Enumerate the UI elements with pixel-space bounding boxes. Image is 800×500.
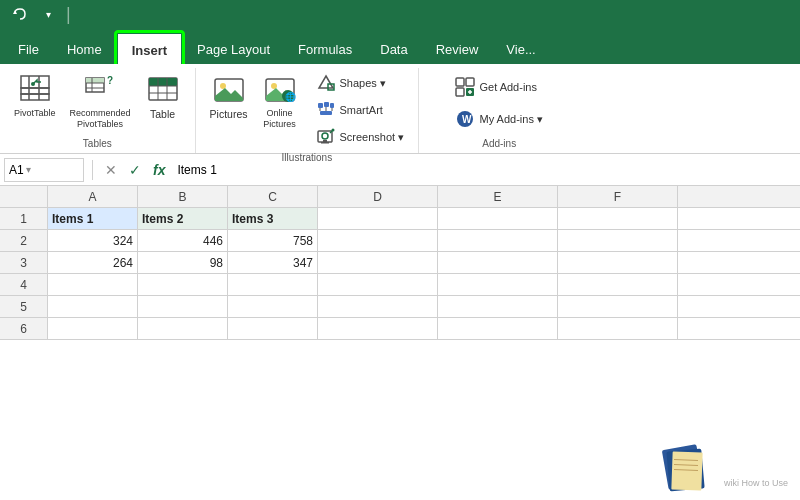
svg-text:W: W <box>462 114 472 125</box>
cell-d3[interactable] <box>318 252 438 273</box>
row-number-1[interactable]: 1 <box>0 208 48 229</box>
cell-a6[interactable] <box>48 318 138 339</box>
cell-d4[interactable] <box>318 274 438 295</box>
online-pictures-button[interactable]: 🌐 OnlinePictures <box>256 70 304 134</box>
tab-file[interactable]: File <box>4 34 53 64</box>
watermark: wiki How to Use <box>660 442 788 492</box>
cell-b4[interactable] <box>138 274 228 295</box>
cell-c5[interactable] <box>228 296 318 317</box>
cell-f2[interactable] <box>558 230 678 251</box>
col-header-e[interactable]: E <box>438 186 558 207</box>
cell-c2[interactable]: 758 <box>228 230 318 251</box>
cell-f5[interactable] <box>558 296 678 317</box>
cancel-formula-button[interactable]: ✕ <box>101 160 121 180</box>
svg-point-20 <box>220 83 226 89</box>
svg-rect-52 <box>671 451 702 490</box>
svg-marker-21 <box>215 88 243 101</box>
col-header-a[interactable]: A <box>48 186 138 207</box>
table-row: 3 264 98 347 <box>0 252 800 274</box>
cell-d6[interactable] <box>318 318 438 339</box>
svg-text:🌐: 🌐 <box>285 91 296 103</box>
svg-rect-43 <box>466 78 474 86</box>
cell-d1[interactable] <box>318 208 438 229</box>
row-number-6[interactable]: 6 <box>0 318 48 339</box>
confirm-formula-button[interactable]: ✓ <box>125 160 145 180</box>
cell-e2[interactable] <box>438 230 558 251</box>
smartart-icon <box>316 100 336 120</box>
cell-b5[interactable] <box>138 296 228 317</box>
get-addins-button[interactable]: Get Add-ins <box>447 73 544 101</box>
svg-text:?: ? <box>107 75 113 86</box>
shapes-button[interactable]: Shapes ▾ <box>310 70 411 96</box>
undo-button[interactable] <box>8 2 32 26</box>
cell-c4[interactable] <box>228 274 318 295</box>
col-header-f[interactable]: F <box>558 186 678 207</box>
customize-quick-access[interactable]: ▾ <box>36 2 60 26</box>
row-number-5[interactable]: 5 <box>0 296 48 317</box>
tab-page-layout[interactable]: Page Layout <box>183 34 284 64</box>
cell-c1[interactable]: Items 3 <box>228 208 318 229</box>
svg-rect-8 <box>86 78 104 83</box>
pictures-button[interactable]: Pictures <box>204 70 254 125</box>
svg-rect-38 <box>321 142 329 144</box>
corner-spacer <box>0 186 48 207</box>
screenshot-icon <box>316 127 336 147</box>
cell-c3[interactable]: 347 <box>228 252 318 273</box>
name-box[interactable]: A1 ▾ <box>4 158 84 182</box>
cell-a1[interactable]: Items 1 <box>48 208 138 229</box>
screenshot-button[interactable]: Screenshot ▾ <box>310 124 411 150</box>
col-header-c[interactable]: C <box>228 186 318 207</box>
cell-d2[interactable] <box>318 230 438 251</box>
tab-formulas[interactable]: Formulas <box>284 34 366 64</box>
formula-bar-separator <box>92 160 93 180</box>
smartart-button[interactable]: SmartArt <box>310 97 411 123</box>
wiki-label: wiki How to Use <box>724 478 788 488</box>
cell-a2[interactable]: 324 <box>48 230 138 251</box>
my-addins-button[interactable]: W My Add-ins ▾ <box>447 105 550 133</box>
table-icon <box>147 74 179 106</box>
cell-a5[interactable] <box>48 296 138 317</box>
cell-e5[interactable] <box>438 296 558 317</box>
screenshot-label: Screenshot ▾ <box>340 131 405 144</box>
cell-f6[interactable] <box>558 318 678 339</box>
row-number-4[interactable]: 4 <box>0 274 48 295</box>
tab-review[interactable]: Review <box>422 34 493 64</box>
cell-d5[interactable] <box>318 296 438 317</box>
recommended-pivottables-button[interactable]: ? RecommendedPivotTables <box>64 70 137 134</box>
table-button[interactable]: Table <box>139 70 187 125</box>
cell-c6[interactable] <box>228 318 318 339</box>
insert-function-button[interactable]: fx <box>149 160 169 180</box>
ribbon-group-addins: Get Add-ins W My Add-ins ▾ Add-ins <box>419 68 579 153</box>
get-addins-icon <box>455 77 475 97</box>
recommended-pivottables-icon: ? <box>84 74 116 106</box>
tab-home[interactable]: Home <box>53 34 116 64</box>
col-header-d[interactable]: D <box>318 186 438 207</box>
cell-b6[interactable] <box>138 318 228 339</box>
ribbon-group-tables: PivotTable ? RecommendedPi <box>0 68 196 153</box>
row-number-2[interactable]: 2 <box>0 230 48 251</box>
cell-b2[interactable]: 446 <box>138 230 228 251</box>
tab-data[interactable]: Data <box>366 34 421 64</box>
ribbon-group-illustrations: Pictures 🌐 OnlinePictures <box>196 68 420 153</box>
col-header-b[interactable]: B <box>138 186 228 207</box>
svg-rect-44 <box>456 88 464 96</box>
cell-f4[interactable] <box>558 274 678 295</box>
online-pictures-icon: 🌐 <box>264 74 296 106</box>
tab-insert[interactable]: Insert <box>116 32 183 66</box>
formula-input[interactable]: Items 1 <box>173 163 796 177</box>
cell-e6[interactable] <box>438 318 558 339</box>
cell-e4[interactable] <box>438 274 558 295</box>
row-number-3[interactable]: 3 <box>0 252 48 273</box>
cell-b1[interactable]: Items 2 <box>138 208 228 229</box>
cell-f3[interactable] <box>558 252 678 273</box>
cell-e1[interactable] <box>438 208 558 229</box>
pivot-table-button[interactable]: PivotTable <box>8 70 62 123</box>
tab-view[interactable]: Vie... <box>492 34 549 64</box>
recommended-pivottables-label: RecommendedPivotTables <box>70 108 131 130</box>
cell-e3[interactable] <box>438 252 558 273</box>
cell-a3[interactable]: 264 <box>48 252 138 273</box>
cell-b3[interactable]: 98 <box>138 252 228 273</box>
svg-rect-2 <box>21 88 49 94</box>
cell-f1[interactable] <box>558 208 678 229</box>
cell-a4[interactable] <box>48 274 138 295</box>
